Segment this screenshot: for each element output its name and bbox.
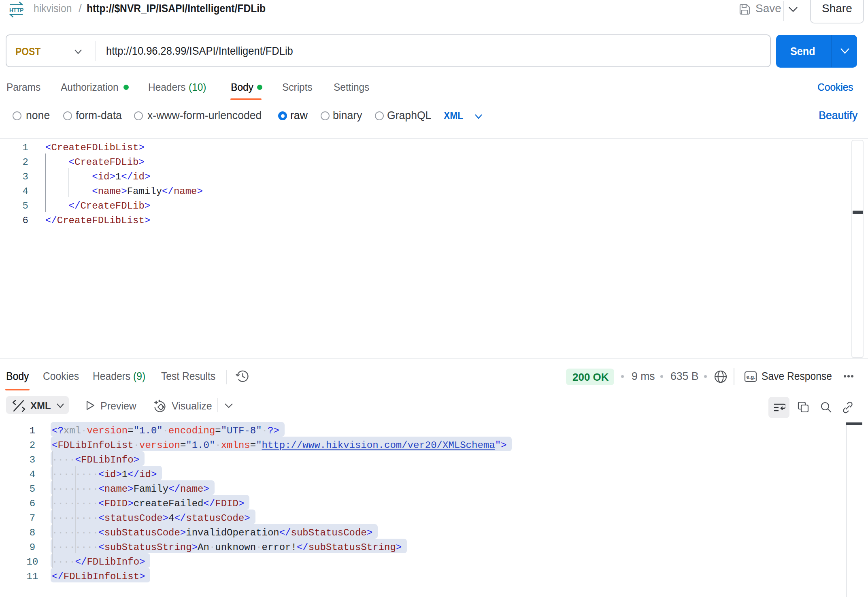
svg-text:e.g.: e.g. [747, 374, 755, 380]
svg-text:HTTP: HTTP [9, 6, 24, 13]
